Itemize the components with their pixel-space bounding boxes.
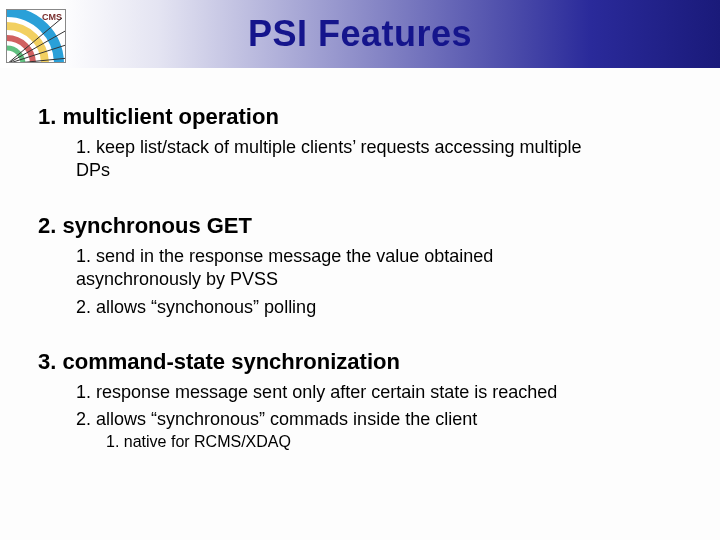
- list-item: 1. keep list/stack of multiple clients’ …: [76, 136, 616, 183]
- section-title: command-state synchronization: [62, 349, 399, 374]
- slide-header: CMS PSI Features: [0, 0, 720, 68]
- item-text: allows “synchonous” polling: [96, 297, 316, 317]
- list-item: 2. allows “synchonous” polling: [76, 296, 616, 319]
- item-text: send in the response message the value o…: [76, 246, 493, 289]
- section-heading: 1. multiclient operation: [38, 104, 682, 130]
- item-num: 1.: [76, 382, 91, 402]
- item-num: 2.: [76, 297, 91, 317]
- item-text: native for RCMS/XDAQ: [124, 433, 291, 450]
- slide-content: 1. multiclient operation 1. keep list/st…: [0, 68, 720, 453]
- sub-list: 1. keep list/stack of multiple clients’ …: [38, 136, 682, 183]
- list-item: 1. native for RCMS/XDAQ: [106, 432, 616, 453]
- section-num: 2.: [38, 213, 56, 238]
- section-title: multiclient operation: [62, 104, 278, 129]
- item-num: 1.: [76, 246, 91, 266]
- section-num: 3.: [38, 349, 56, 374]
- sub-list: 1. send in the response message the valu…: [38, 245, 682, 319]
- item-text: keep list/stack of multiple clients’ req…: [76, 137, 582, 180]
- item-num: 1.: [106, 433, 119, 450]
- section-title: synchronous GET: [62, 213, 251, 238]
- item-text: allows “synchronous” commads inside the …: [96, 409, 477, 429]
- item-num: 2.: [76, 409, 91, 429]
- item-text: response message sent only after certain…: [96, 382, 557, 402]
- section-heading: 3. command-state synchronization: [38, 349, 682, 375]
- section-1: 1. multiclient operation 1. keep list/st…: [38, 104, 682, 183]
- list-item: 1. response message sent only after cert…: [76, 381, 616, 404]
- list-item: 2. allows “synchronous” commads inside t…: [76, 408, 616, 452]
- list-item: 1. send in the response message the valu…: [76, 245, 616, 292]
- section-heading: 2. synchronous GET: [38, 213, 682, 239]
- slide-title: PSI Features: [0, 13, 720, 55]
- section-2: 2. synchronous GET 1. send in the respon…: [38, 213, 682, 319]
- sub-list: 1. response message sent only after cert…: [38, 381, 682, 453]
- section-num: 1.: [38, 104, 56, 129]
- item-num: 1.: [76, 137, 91, 157]
- section-3: 3. command-state synchronization 1. resp…: [38, 349, 682, 453]
- subsub-list: 1. native for RCMS/XDAQ: [76, 432, 616, 453]
